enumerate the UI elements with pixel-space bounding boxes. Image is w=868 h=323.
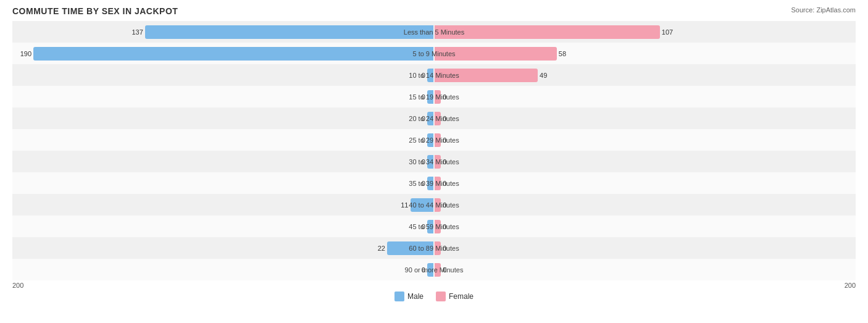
female-bar bbox=[435, 133, 441, 147]
female-bar bbox=[435, 241, 441, 255]
male-bar bbox=[387, 241, 433, 255]
female-side: 49 bbox=[434, 64, 856, 86]
legend-female-box bbox=[436, 292, 446, 301]
male-bar-wrap: 190 bbox=[12, 46, 433, 61]
chart-rows: 137Less than 5 Minutes1071905 to 9 Minut… bbox=[12, 21, 856, 280]
female-value: 0 bbox=[443, 180, 446, 187]
female-bar-wrap: 107 bbox=[435, 25, 856, 40]
female-value: 0 bbox=[443, 158, 446, 166]
male-bar-wrap: 0 bbox=[12, 68, 433, 83]
female-bar bbox=[435, 198, 441, 212]
table-row: 015 to 19 Minutes0 bbox=[12, 86, 856, 107]
male-side: 11 bbox=[12, 194, 434, 216]
male-bar-wrap: 0 bbox=[12, 154, 433, 169]
male-bar-wrap: 11 bbox=[12, 198, 433, 212]
female-value: 58 bbox=[559, 50, 566, 57]
female-side: 0 bbox=[434, 194, 856, 216]
chart-container: COMMUTE TIME BY SEX IN JACKPOT Source: Z… bbox=[0, 0, 868, 323]
male-side: 0 bbox=[12, 216, 434, 237]
female-side: 0 bbox=[434, 259, 856, 280]
female-side: 0 bbox=[434, 237, 856, 259]
male-bar-wrap: 22 bbox=[12, 241, 433, 256]
table-row: 035 to 39 Minutes0 bbox=[12, 172, 856, 194]
table-row: 1140 to 44 Minutes0 bbox=[12, 194, 856, 216]
male-side: 190 bbox=[12, 43, 434, 64]
male-side: 0 bbox=[12, 64, 434, 86]
male-side: 0 bbox=[12, 107, 434, 129]
male-bar bbox=[427, 263, 433, 277]
male-bar bbox=[411, 198, 434, 212]
male-bar bbox=[145, 25, 433, 39]
male-value: 0 bbox=[422, 93, 425, 101]
female-bar-wrap: 0 bbox=[435, 176, 856, 191]
male-bar bbox=[427, 90, 433, 104]
chart-title: COMMUTE TIME BY SEX IN JACKPOT bbox=[12, 6, 856, 16]
female-bar bbox=[435, 69, 538, 82]
male-bar-wrap: 0 bbox=[12, 176, 433, 191]
legend: Male Female bbox=[12, 292, 856, 301]
male-bar bbox=[427, 112, 433, 125]
table-row: 2260 to 89 Minutes0 bbox=[12, 237, 856, 259]
female-bar-wrap: 0 bbox=[435, 219, 856, 234]
male-value: 190 bbox=[20, 50, 31, 57]
female-side: 58 bbox=[434, 43, 856, 64]
male-bar-wrap: 137 bbox=[12, 25, 433, 40]
male-bar bbox=[33, 47, 433, 61]
female-bar bbox=[435, 220, 441, 233]
female-bar-wrap: 0 bbox=[435, 154, 856, 169]
female-side: 0 bbox=[434, 107, 856, 129]
table-row: 090 or more Minutes0 bbox=[12, 259, 856, 280]
female-bar bbox=[435, 155, 441, 169]
female-value: 107 bbox=[662, 28, 673, 36]
male-bar bbox=[427, 133, 433, 147]
female-bar-wrap: 49 bbox=[435, 68, 856, 83]
male-value: 0 bbox=[422, 223, 425, 230]
female-bar-wrap: 0 bbox=[435, 90, 856, 104]
legend-female-label: Female bbox=[449, 292, 474, 301]
axis-bottom: 200 200 bbox=[12, 282, 856, 289]
female-bar-wrap: 0 bbox=[435, 262, 856, 277]
female-value: 0 bbox=[443, 223, 446, 230]
male-bar bbox=[427, 155, 433, 169]
female-bar bbox=[435, 112, 441, 125]
axis-right-label: 200 bbox=[845, 282, 856, 289]
male-side: 0 bbox=[12, 172, 434, 194]
legend-male-box bbox=[394, 292, 404, 301]
male-side: 0 bbox=[12, 151, 434, 172]
female-bar bbox=[435, 177, 441, 190]
female-bar-wrap: 0 bbox=[435, 111, 856, 126]
legend-male-label: Male bbox=[407, 292, 424, 301]
table-row: 010 to 14 Minutes49 bbox=[12, 64, 856, 86]
male-value: 0 bbox=[422, 266, 425, 274]
source-label: Source: ZipAtlas.com bbox=[791, 6, 856, 14]
male-bar-wrap: 0 bbox=[12, 133, 433, 148]
female-side: 107 bbox=[434, 21, 856, 43]
male-bar-wrap: 0 bbox=[12, 219, 433, 234]
table-row: 1905 to 9 Minutes58 bbox=[12, 43, 856, 64]
table-row: 137Less than 5 Minutes107 bbox=[12, 21, 856, 43]
legend-female: Female bbox=[436, 292, 474, 301]
male-bar bbox=[427, 69, 433, 82]
female-side: 0 bbox=[434, 216, 856, 237]
female-bar-wrap: 0 bbox=[435, 133, 856, 148]
male-side: 137 bbox=[12, 21, 434, 43]
female-value: 0 bbox=[443, 245, 446, 252]
male-value: 11 bbox=[401, 201, 408, 209]
female-bar-wrap: 58 bbox=[435, 46, 856, 61]
female-bar-wrap: 0 bbox=[435, 198, 856, 212]
female-value: 0 bbox=[443, 93, 446, 101]
male-bar bbox=[427, 220, 433, 233]
axis-left-label: 200 bbox=[12, 282, 23, 289]
male-bar-wrap: 0 bbox=[12, 262, 433, 277]
table-row: 025 to 29 Minutes0 bbox=[12, 129, 856, 151]
male-side: 22 bbox=[12, 237, 434, 259]
male-bar-wrap: 0 bbox=[12, 111, 433, 126]
male-value: 0 bbox=[422, 180, 425, 187]
table-row: 045 to 59 Minutes0 bbox=[12, 216, 856, 237]
female-value: 0 bbox=[443, 266, 446, 274]
female-bar bbox=[435, 90, 441, 104]
male-value: 137 bbox=[131, 28, 143, 36]
male-value: 0 bbox=[422, 158, 425, 166]
female-side: 0 bbox=[434, 151, 856, 172]
female-bar-wrap: 0 bbox=[435, 241, 856, 256]
